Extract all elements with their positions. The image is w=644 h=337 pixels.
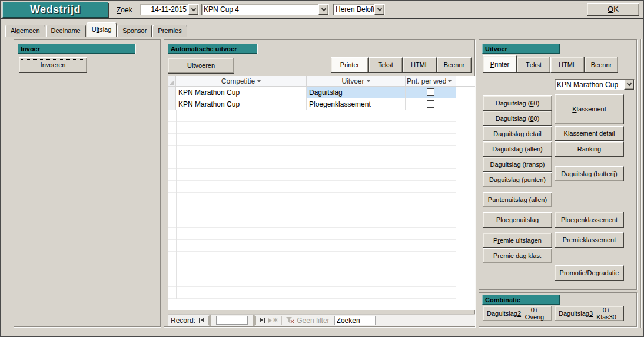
zoek-label: Zoek [117, 6, 132, 14]
cell-pnt-per-wed[interactable] [406, 98, 456, 110]
category-combobox[interactable]: Heren Belofte [333, 4, 385, 15]
table-row[interactable]: KPN Marathon Cup Ploegenklassement [168, 98, 475, 110]
new-record-button[interactable]: ✱ [268, 316, 278, 324]
competition-value: KPN Cup 4 [202, 5, 318, 14]
record-label: Record: [171, 316, 195, 325]
tab-sponsor[interactable]: Sponsor [117, 25, 152, 37]
daguitslag30-klas30-button[interactable]: Daguitslag30+ Klas30 [555, 306, 624, 321]
sort-arrow-icon [448, 80, 452, 82]
last-record-button[interactable] [260, 318, 265, 323]
cell-uitvoer[interactable]: Daguitslag [307, 87, 406, 98]
daguitslag-60-button[interactable]: Daguitslag (60) [483, 95, 552, 111]
daguitslag-punten-button[interactable]: Daguitslag (punten) [483, 172, 552, 187]
cell-competitie[interactable]: KPN Marathon Cup [176, 87, 307, 98]
uitvoer-panel: Uitvoer Printer Tekst HTML Beennr KPN Ma… [479, 39, 637, 290]
filter-label: Geen filter [297, 316, 329, 325]
page-title-text: Wedstrijd [30, 4, 81, 16]
cell-competitie[interactable]: KPN Marathon Cup [176, 98, 307, 110]
premie-uitslagen-button[interactable]: Premie uitslagen [483, 233, 552, 248]
tab-algemeen[interactable]: Algemeen [5, 25, 45, 37]
tab-strip: Algemeen Deelname Uitslag Sponsor Premie… [5, 22, 188, 37]
date-value: 14-11-2015 [140, 5, 188, 14]
promotie-degradatie-button[interactable]: Promotie/Degradatie [555, 265, 624, 281]
sort-arrow-icon [257, 80, 261, 82]
column-header-pnt-per-wed[interactable]: Pnt. per wed [406, 76, 456, 86]
ploegenuitslag-button[interactable]: Ploegenuitslag [483, 212, 552, 228]
premie-dag-klas-button[interactable]: Premie dag klas. [483, 248, 552, 263]
combinatie-panel-title: Combinatie [482, 295, 560, 305]
daguitslag-transp-button[interactable]: Daguitslag (transp) [483, 157, 552, 172]
uitvoer-mode-tekst-button[interactable]: Tekst [517, 57, 550, 73]
select-all-corner[interactable] [168, 76, 176, 86]
ok-button[interactable]: OK [587, 3, 639, 16]
daguitslag-detail-button[interactable]: Daguitslag detail [483, 126, 552, 141]
combinatie-panel: Combinatie Daguitslag20+ Overig Daguitsl… [479, 292, 637, 327]
filter-status[interactable]: Geen filter [286, 316, 329, 325]
search-input[interactable] [334, 316, 376, 325]
header-divider [1, 18, 644, 19]
auto-mode-html-button[interactable]: HTML [403, 57, 437, 73]
column-header-filler [456, 76, 475, 86]
daguitslag-batterij-button[interactable]: Daguitslag (batterij) [555, 166, 624, 181]
invoer-panel: Invoer Invoeren [14, 39, 161, 327]
tab-deelname[interactable]: Deelname [46, 25, 86, 37]
table-row[interactable]: KPN Marathon Cup Daguitslag [168, 87, 475, 98]
category-value: Heren Belofte [334, 5, 374, 14]
dropdown-arrow-icon[interactable] [318, 4, 328, 15]
date-combobox[interactable]: 14-11-2015 [140, 4, 199, 15]
report-competition-combobox[interactable]: KPN Marathon Cup [555, 79, 635, 90]
empty-grid-area [168, 110, 456, 299]
invoer-panel-title: Invoer [18, 44, 135, 54]
uitvoer-panel-title: Uitvoer [482, 44, 560, 54]
uitvoeren-button[interactable]: Uitvoeren [168, 58, 234, 74]
competition-combobox[interactable]: KPN Cup 4 [201, 4, 329, 15]
column-header-uitvoer[interactable]: Uitvoer [307, 76, 406, 86]
tab-uitslag[interactable]: Uitslag [87, 22, 117, 37]
uitvoer-mode-beennr-button[interactable]: Beennr [585, 57, 618, 73]
row-selector[interactable] [168, 87, 176, 98]
klassement-detail-button[interactable]: Klassement detail [555, 126, 624, 141]
pnt-per-wed-checkbox[interactable] [427, 88, 434, 96]
page-title: Wedstrijd [2, 2, 108, 18]
uitvoer-mode-printer-button[interactable]: Printer [483, 55, 517, 73]
auto-panel-title: Automatische uitvoer [168, 44, 257, 54]
dropdown-arrow-icon[interactable] [188, 4, 198, 15]
ranking-button[interactable]: Ranking [555, 141, 624, 157]
ploegenklassement-button[interactable]: Ploegenklassement [555, 212, 624, 228]
puntenuitslag-allen-button[interactable]: Puntenuitslag (allen) [483, 192, 552, 207]
cell-pnt-per-wed[interactable] [406, 87, 456, 98]
invoeren-button[interactable]: Invoeren [19, 57, 87, 73]
sort-arrow-icon [367, 80, 370, 82]
auto-uitvoer-table: Competitie Uitvoer Pnt. per wed KPN Mara… [168, 76, 475, 310]
wedstrijd-window: Wedstrijd Zoek 14-11-2015 KPN Cup 4 Here… [0, 0, 644, 337]
daguitslag-80-button[interactable]: Daguitslag (80) [483, 111, 552, 126]
tab-premies[interactable]: Premies [152, 25, 187, 37]
table-header-row: Competitie Uitvoer Pnt. per wed [168, 76, 475, 87]
dropdown-arrow-icon[interactable] [624, 80, 634, 90]
automatische-uitvoer-panel: Automatische uitvoer Uitvoeren Printer T… [164, 39, 475, 327]
next-record-button[interactable] [253, 316, 256, 325]
first-record-button[interactable] [199, 318, 204, 323]
auto-mode-tekst-button[interactable]: Tekst [369, 57, 403, 73]
pnt-per-wed-checkbox[interactable] [427, 100, 434, 108]
uitvoer-mode-html-button[interactable]: HTML [550, 57, 585, 73]
auto-mode-printer-button[interactable]: Printer [331, 57, 369, 73]
record-navigator: Record: ✱ Geen filter [168, 314, 475, 326]
cell-uitvoer[interactable]: Ploegenklassement [307, 98, 406, 110]
dropdown-arrow-icon[interactable] [374, 4, 384, 15]
klassement-button[interactable]: Klassement [555, 94, 624, 124]
right-edge-divider [640, 39, 641, 328]
daguitslag-allen-button[interactable]: Daguitslag (allen) [483, 141, 552, 157]
auto-mode-beennr-button[interactable]: Beennr [437, 57, 472, 73]
column-header-competitie[interactable]: Competitie [176, 76, 307, 86]
record-number-input[interactable] [216, 316, 248, 325]
row-selector[interactable] [168, 98, 176, 110]
previous-record-button[interactable] [208, 316, 211, 325]
daguitslag20-overig-button[interactable]: Daguitslag20+ Overig [483, 306, 552, 321]
filter-icon [286, 316, 294, 324]
report-competition-value: KPN Marathon Cup [555, 81, 624, 89]
premieklassement-button[interactable]: Premieklassement [555, 232, 624, 248]
